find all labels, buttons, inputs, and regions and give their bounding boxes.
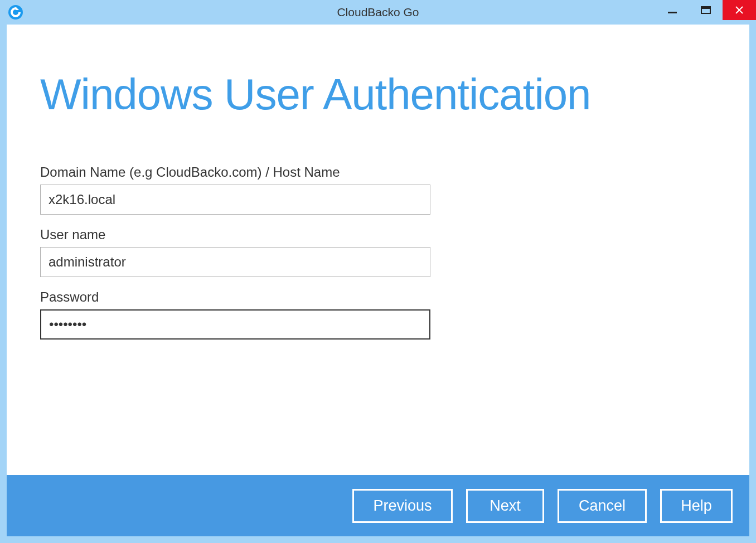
main-area: Windows User Authentication Domain Name … [7,25,749,475]
window-controls [656,0,756,20]
footer-bar: Previous Next Cancel Help [7,475,749,536]
svg-rect-1 [668,12,677,13]
maximize-icon [701,5,711,15]
minimize-icon [667,5,677,15]
svg-rect-3 [701,7,710,9]
username-input[interactable] [40,247,430,277]
window-title: CloudBacko Go [337,6,419,19]
cancel-button[interactable]: Cancel [558,489,647,523]
app-icon [8,4,23,20]
domain-input[interactable] [40,185,430,215]
minimize-button[interactable] [656,0,689,20]
domain-field-group: Domain Name (e.g CloudBacko.com) / Host … [40,164,716,215]
close-icon [734,5,744,15]
content-frame: Windows User Authentication Domain Name … [7,25,749,536]
password-label: Password [40,289,716,305]
password-input[interactable] [40,309,430,340]
username-field-group: User name [40,227,716,277]
next-button[interactable]: Next [466,489,544,523]
app-window: CloudBacko Go Windows [0,0,756,543]
close-button[interactable] [723,0,756,20]
username-label: User name [40,227,716,243]
titlebar: CloudBacko Go [0,0,756,25]
password-field-group: Password [40,289,716,340]
maximize-button[interactable] [689,0,723,20]
help-button[interactable]: Help [660,489,733,523]
previous-button[interactable]: Previous [352,489,453,523]
domain-label: Domain Name (e.g CloudBacko.com) / Host … [40,164,716,180]
page-title: Windows User Authentication [40,69,716,120]
